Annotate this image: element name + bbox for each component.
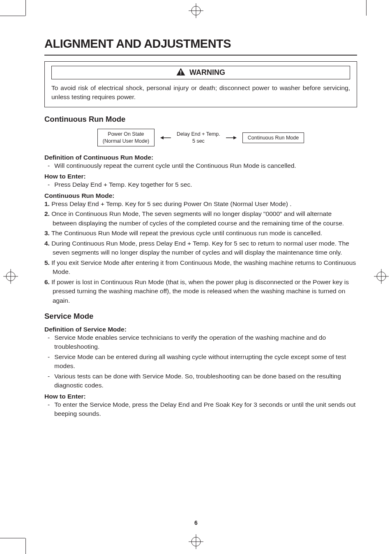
page-number: 6	[194, 519, 198, 526]
flow-diagram: Power On State (Normal User Mode) Delay …	[44, 129, 357, 146]
crop-mark	[366, 0, 367, 16]
registration-mark-icon	[3, 269, 18, 285]
list-item: Service Mode can be entered during all w…	[44, 352, 357, 371]
service-heading: Service Mode	[44, 312, 357, 321]
registration-mark-icon	[189, 3, 203, 20]
list-item: 4. During Continuous Run Mode, press Del…	[44, 239, 357, 257]
list-item: 2. Once in Continuous Run Mode, The seve…	[44, 209, 357, 228]
crop-mark	[0, 16, 25, 16]
step-text: Once in Continuous Run Mode, The seven s…	[51, 210, 344, 226]
list-item: 3. The Continuous Run Mode will repeat t…	[44, 229, 357, 238]
list-item: 6. If power is lost in Continuous Run Mo…	[44, 278, 357, 305]
flow-mid-text: Delay End + Temp. 5 sec	[177, 131, 220, 144]
mode-heading: Continuous Run Mode:	[44, 192, 357, 199]
step-text: During Continuous Run Mode, press Delay …	[51, 240, 349, 256]
arrow-left-icon	[160, 134, 171, 141]
list-item: 5. If you exit Service Mode after enteri…	[44, 258, 357, 277]
flow-text: (Normal User Mode)	[103, 138, 149, 144]
warning-label: WARNING	[189, 68, 225, 77]
list-item: Service Mode enables service technicians…	[44, 333, 357, 352]
service-enter-heading: How to Enter:	[44, 393, 357, 400]
svg-marker-16	[160, 136, 164, 139]
arrow-right-icon	[226, 134, 237, 141]
step-text: If you exit Service Mode after entering …	[51, 259, 356, 275]
crop-mark	[0, 538, 25, 538]
crop-mark	[25, 0, 26, 16]
page-title: ALIGNMENT AND ADJUSTMENTS	[44, 37, 357, 51]
crop-mark	[25, 538, 26, 554]
list-item: Will continuously repeat the current cyc…	[44, 161, 357, 170]
registration-mark-icon	[374, 269, 389, 285]
definition-heading: Definition of Continuous Run Mode:	[44, 154, 357, 161]
warning-header: WARNING	[51, 66, 350, 79]
svg-rect-14	[180, 74, 181, 74]
warning-icon	[176, 68, 185, 77]
list-item: Press Delay End + Temp. Key together for…	[44, 180, 357, 189]
flow-text: 5 sec	[177, 138, 220, 144]
svg-marker-18	[233, 136, 237, 139]
list-item: To enter the Service Mode, press the Del…	[44, 400, 357, 419]
how-to-enter-heading: How to Enter:	[44, 173, 357, 180]
warning-body: To avoid risk of electrical shock, perso…	[51, 83, 350, 101]
flow-text: Delay End + Temp.	[177, 131, 220, 137]
flow-box-start: Power On State (Normal User Mode)	[97, 129, 154, 146]
flow-box-end: Continuous Run Mode	[242, 132, 304, 143]
list-item: 1. Press Delay End + Temp. Key for 5 sec…	[44, 199, 357, 209]
title-underline	[44, 55, 357, 56]
registration-mark-icon	[189, 534, 203, 551]
step-text: Press Delay End + Temp. Key for 5 sec du…	[51, 200, 291, 207]
continuous-heading: Continuous Run Mode	[44, 115, 357, 124]
step-text: If power is lost in Continuous Run Mode …	[51, 278, 349, 304]
service-def-heading: Definition of Service Mode:	[44, 326, 357, 333]
warning-box: WARNING To avoid risk of electrical shoc…	[44, 61, 357, 107]
page-content: ALIGNMENT AND ADJUSTMENTS WARNING To avo…	[44, 37, 357, 420]
svg-rect-13	[180, 70, 181, 73]
step-text: The Continuous Run Mode will repeat the …	[51, 229, 322, 236]
flow-text: Power On State	[103, 131, 149, 137]
list-item: Various tests can be done with Service M…	[44, 372, 357, 390]
